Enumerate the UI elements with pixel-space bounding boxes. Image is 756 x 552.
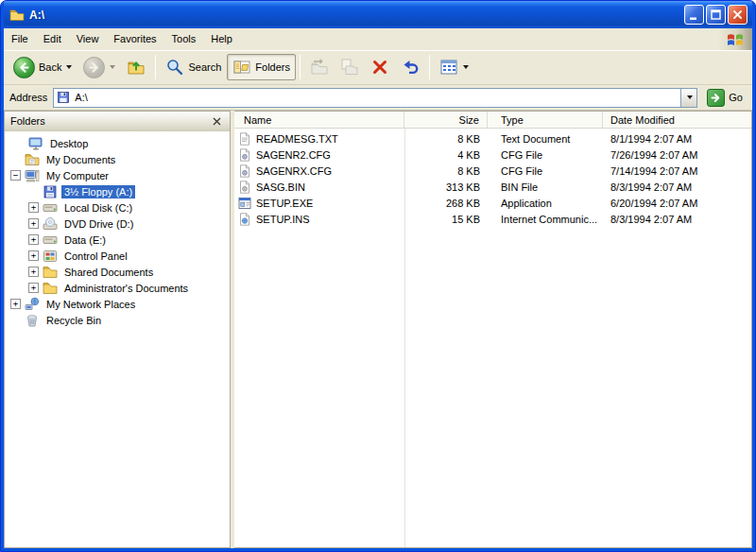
window-title: A:\ — [29, 9, 682, 22]
file-type: Application — [488, 198, 603, 209]
expand-expander-icon[interactable]: + — [28, 250, 39, 261]
folder-tree: DesktopMy Documents−My Computer3½ Floppy… — [5, 131, 230, 547]
undo-button[interactable] — [395, 54, 425, 80]
expand-expander-icon[interactable]: + — [28, 202, 39, 213]
menu-item-favorites[interactable]: Favorites — [106, 28, 163, 50]
search-icon — [165, 58, 184, 77]
tree-item-recycle-bin[interactable]: Recycle Bin — [5, 312, 230, 328]
file-name: SETUP.EXE — [256, 198, 313, 209]
file-row-sagenrx-cfg[interactable]: SAGENRX.CFG8 KBCFG File7/14/1994 2:07 AM — [234, 163, 751, 179]
file-name-cell: SASG.BIN — [234, 181, 404, 194]
expand-expander-icon[interactable]: + — [28, 283, 39, 293]
go-button-label: Go — [729, 92, 743, 103]
folder-docs-icon — [25, 152, 40, 167]
menu-item-tools[interactable]: Tools — [164, 28, 204, 50]
address-input[interactable]: A:\ — [75, 92, 680, 103]
tree-item-control-panel[interactable]: +Control Panel — [5, 248, 230, 264]
file-date-modified: 6/20/1994 2:07 AM — [603, 198, 751, 209]
tree-item-label: Recycle Bin — [43, 314, 104, 327]
file-list-pane: Name Size Type Date Modified READMESG.TX… — [234, 111, 752, 548]
toolbar-separator — [300, 55, 301, 79]
column-header-name[interactable]: Name — [234, 112, 404, 128]
file-size: 313 KB — [404, 181, 488, 193]
tree-item-data-e[interactable]: +Data (E:) — [5, 232, 230, 248]
file-row-sasg-bin[interactable]: SASG.BIN313 KBBIN File8/3/1994 2:07 AM — [234, 179, 751, 195]
address-bar: Address A:\ Go — [4, 85, 752, 111]
back-dropdown-caret — [66, 65, 72, 69]
close-button[interactable] — [728, 5, 747, 25]
tree-item-administrator-s-documents[interactable]: +Administrator's Documents — [5, 280, 230, 296]
tree-item-label: Local Disk (C:) — [61, 201, 135, 215]
window-folder-icon — [9, 8, 25, 23]
undo-arrow-icon — [401, 58, 420, 77]
forward-button[interactable] — [77, 53, 121, 82]
column-header-date-modified[interactable]: Date Modified — [603, 112, 751, 128]
floppy-icon — [43, 184, 58, 199]
back-button[interactable]: Back — [8, 53, 77, 82]
views-button[interactable] — [434, 54, 474, 80]
file-type: Internet Communic... — [488, 214, 603, 225]
folders-pane: Folders DesktopMy Documents−My Computer3… — [4, 111, 231, 548]
tree-item-label: Administrator's Documents — [61, 282, 191, 295]
tree-item-3-floppy-a[interactable]: 3½ Floppy (A:) — [5, 183, 230, 199]
file-name-cell: READMESG.TXT — [234, 132, 404, 146]
expand-expander-icon[interactable]: + — [28, 234, 39, 245]
expand-expander-icon[interactable]: + — [28, 218, 39, 229]
menu-item-help[interactable]: Help — [203, 28, 240, 50]
tree-item-label: 3½ Floppy (A:) — [61, 185, 135, 198]
column-header-size[interactable]: Size — [404, 112, 488, 128]
title-bar[interactable]: A:\ — [4, 1, 752, 28]
go-button[interactable]: Go — [703, 89, 747, 107]
desktop-icon — [28, 136, 43, 151]
file-row-sagenr2-cfg[interactable]: SAGENR2.CFG4 KBCFG File7/26/1994 2:07 AM — [234, 147, 751, 163]
file-row-setup-ins[interactable]: SETUP.INS15 KBInternet Communic...8/3/19… — [234, 211, 751, 227]
views-icon — [439, 58, 458, 77]
minimize-button[interactable] — [684, 5, 704, 25]
back-icon — [13, 57, 35, 78]
collapse-expander-icon[interactable]: − — [10, 170, 21, 181]
address-label: Address — [9, 92, 47, 103]
drive-icon — [43, 233, 58, 248]
menu-item-view[interactable]: View — [69, 28, 107, 50]
file-date-modified: 8/3/1994 2:07 AM — [603, 214, 751, 225]
folders-button-label: Folders — [255, 61, 290, 73]
network-icon — [25, 297, 40, 312]
search-button[interactable]: Search — [160, 54, 227, 80]
file-list-header: Name Size Type Date Modified — [234, 112, 751, 129]
menu-item-file[interactable]: File — [4, 28, 36, 50]
tree-item-my-computer[interactable]: −My Computer — [5, 167, 230, 183]
address-dropdown-button[interactable] — [680, 89, 696, 107]
tree-item-desktop[interactable]: Desktop — [5, 135, 230, 151]
explorer-window: A:\ File Edit View Favorites Tools Help — [0, 0, 756, 552]
file-row-setup-exe[interactable]: SETUP.EXE268 KBApplication6/20/1994 2:07… — [234, 195, 751, 211]
windows-logo-icon — [718, 28, 752, 50]
tree-item-local-disk-c[interactable]: +Local Disk (C:) — [5, 199, 230, 216]
search-button-label: Search — [188, 61, 221, 73]
folders-button[interactable]: Folders — [227, 54, 296, 80]
file-name: SAGENRX.CFG — [256, 165, 332, 177]
file-type: CFG File — [488, 149, 603, 161]
file-row-readmesg-txt[interactable]: READMESG.TXT8 KBText Document8/1/1994 2:… — [234, 130, 751, 147]
tree-item-shared-documents[interactable]: +Shared Documents — [5, 264, 230, 280]
address-combobox[interactable]: A:\ — [53, 88, 697, 108]
delete-button[interactable] — [365, 54, 395, 80]
folders-pane-close-icon[interactable] — [210, 114, 224, 129]
move-to-button[interactable] — [304, 54, 335, 80]
tree-item-dvd-drive-d[interactable]: +DVD Drive (D:) — [5, 216, 230, 232]
file-list-body: READMESG.TXT8 KBText Document8/1/1994 2:… — [234, 129, 751, 547]
menu-item-edit[interactable]: Edit — [36, 28, 69, 50]
tree-item-my-network-places[interactable]: +My Network Places — [5, 296, 230, 312]
maximize-button[interactable] — [706, 5, 726, 25]
tree-item-my-documents[interactable]: My Documents — [5, 151, 230, 167]
cfg-file-icon — [238, 164, 251, 178]
up-folder-icon — [127, 58, 146, 77]
expand-expander-icon[interactable]: + — [10, 299, 21, 309]
column-header-name-label: Name — [244, 114, 271, 126]
expand-expander-icon[interactable]: + — [28, 267, 39, 277]
file-type: CFG File — [488, 165, 603, 177]
cfg-file-icon — [238, 148, 251, 162]
up-button[interactable] — [121, 54, 151, 80]
copy-to-button[interactable] — [335, 54, 365, 80]
file-date-modified: 8/1/1994 2:07 AM — [603, 133, 751, 145]
column-header-type[interactable]: Type — [488, 112, 603, 128]
